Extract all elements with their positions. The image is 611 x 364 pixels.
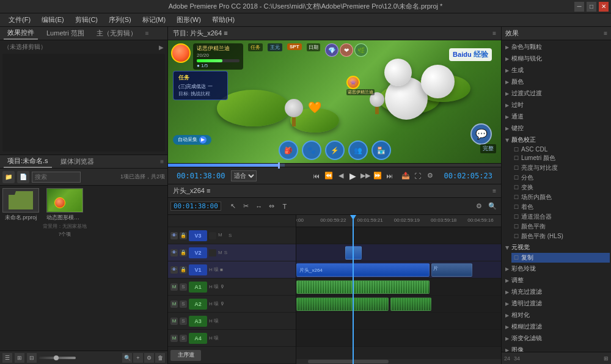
menu-markers[interactable]: 标记(M) [137, 14, 171, 26]
tree-leaf-colorize[interactable]: ☐ 分色 [511, 173, 610, 183]
track-solo-a1[interactable]: S [180, 283, 187, 291]
track-mute-a3[interactable]: M [170, 318, 178, 325]
panel-menu-icon[interactable]: ≡ [145, 30, 149, 37]
action-social-btn[interactable]: 👥 [348, 140, 368, 160]
tab-lumetri-scope[interactable]: Lumetri 范围 [43, 27, 88, 39]
fit-select[interactable]: 适合 [231, 170, 257, 181]
tree-group-generate-header[interactable]: ▶ 生成 [503, 65, 610, 76]
tree-leaf-transform-color[interactable]: ☐ 变换 [511, 183, 610, 192]
menu-graphics[interactable]: 图形(W) [172, 14, 206, 26]
btn-rewind[interactable]: ◀ [335, 170, 346, 181]
freeform-btn[interactable]: ⊟ [27, 353, 37, 363]
track-mute-a1[interactable]: M [170, 283, 178, 291]
tree-group-meta-header[interactable]: ▶ 元视觉 [503, 242, 610, 253]
timeline-tracks-area[interactable]: 00:00 00:00:59:22 00:01:59:21 00:02:59:1… [296, 215, 501, 364]
tree-leaf-tint[interactable]: ☐ 着色 [511, 202, 610, 212]
new-item-button[interactable]: 📄 [17, 171, 29, 183]
tree-leaf-asc[interactable]: ☐ ASC CDL [511, 145, 610, 153]
action-transform-btn[interactable]: ⚡ [325, 140, 345, 160]
auto-collect-btn[interactable]: 自动采集 ▶ [173, 135, 211, 145]
action-shop-btn[interactable]: 🏪 [371, 140, 391, 160]
menu-file[interactable]: 文件(F) [4, 14, 35, 26]
ripple-tool[interactable]: ↔ [253, 200, 265, 213]
btn-play[interactable]: ▶ [348, 170, 359, 181]
monitor-settings-icon[interactable]: ≡ [492, 30, 496, 37]
tree-leaf-channel-mixer[interactable]: ☐ 通道混合器 [511, 212, 610, 222]
effects-browser-menu[interactable]: ≡ [604, 30, 607, 37]
tree-group-blur-header[interactable]: ▶ 模糊与锐化 [503, 53, 610, 64]
monitor-timecode-current[interactable]: 00:01:38:00 [173, 172, 229, 180]
track-mute-v3[interactable]: S [229, 233, 232, 238]
tree-group-noise-header[interactable]: ▶ 杂色与颗粒 [503, 42, 610, 53]
list-view-btn[interactable]: ☰ [2, 353, 12, 363]
tree-group-blur2-header[interactable]: ▶ 模糊过渡滤 [503, 321, 610, 332]
new-bin-button[interactable]: 📁 [2, 171, 15, 183]
tree-group-fill-header[interactable]: ▶ 填充过渡滤 [503, 286, 610, 297]
track-eye-v3[interactable]: 👁 [170, 232, 178, 239]
tree-leaf-replicate[interactable]: ☐ 复制 [511, 253, 610, 263]
clip-a1-main[interactable] [296, 280, 430, 294]
track-mute-a2[interactable]: M [170, 300, 178, 308]
timeline-menu-icon[interactable]: ≡ [492, 187, 496, 194]
maximize-button[interactable]: □ [587, 2, 596, 12]
selection-tool[interactable]: ↖ [227, 200, 240, 213]
btn-next-edit[interactable]: ⏩ [372, 170, 383, 181]
clip-v1-2[interactable]: 片 [431, 263, 472, 277]
track-source-v2[interactable] [209, 249, 216, 257]
tab-master[interactable]: 主（无剪辑） [93, 27, 141, 39]
project-item-0[interactable]: 未命名.prproj [2, 188, 39, 348]
monitor-tab-label[interactable]: 节目: 片头_x264 ≡ [173, 29, 228, 38]
tree-leaf-venue-color[interactable]: ☐ 场所内颜色 [511, 192, 610, 202]
track-lock-v1[interactable]: 🔒 [180, 266, 187, 274]
text-tool[interactable]: T [279, 200, 291, 213]
btn-step-back[interactable]: ⏮ [311, 170, 322, 181]
icon-view-btn[interactable]: ⊞ [15, 353, 24, 363]
tree-group-keying-header[interactable]: ▶ 键控 [503, 123, 610, 134]
track-source-v3[interactable] [209, 232, 216, 239]
track-lock-v3[interactable]: 🔒 [180, 232, 187, 239]
btn-fullscreen[interactable]: ⛶ [412, 170, 423, 181]
roll-tool[interactable]: ⇔ [266, 200, 278, 213]
menu-edit[interactable]: 编辑(E) [37, 14, 69, 26]
tree-leaf-color-balance[interactable]: ☐ 颜色平衡 [511, 222, 610, 231]
chat-button[interactable]: 💬 [470, 123, 492, 145]
project-search-input[interactable] [32, 172, 81, 183]
size-slider[interactable] [39, 357, 76, 359]
btn-export[interactable]: 📤 [400, 170, 411, 181]
tab-project[interactable]: 项目:未命名.s [4, 155, 52, 168]
expand-icon[interactable]: ▶ [159, 44, 164, 51]
tree-group-gradient-header[interactable]: ▶ 渐变化滤镜 [503, 333, 610, 344]
timeline-tab[interactable]: 片头_x264 ≡ [173, 186, 210, 195]
action-bag-btn[interactable]: 🎒 [279, 140, 298, 160]
track-solo-a2[interactable]: S [180, 300, 187, 308]
monitor-progress-bar[interactable] [168, 163, 501, 167]
timeline-search-btn[interactable]: 🔍 [486, 200, 499, 213]
tree-group-color-correct-header[interactable]: ▶ 颜色校正 [503, 134, 610, 145]
timeline-settings-btn[interactable]: ⚙ [473, 200, 485, 213]
settings-btn[interactable]: ⚙ [144, 353, 154, 363]
track-eye-v2[interactable]: 👁 [170, 249, 178, 257]
tree-group-adjust-header[interactable]: ▶ 调整 [503, 275, 610, 286]
tree-group-channel-header[interactable]: ▶ 通道 [503, 111, 610, 122]
right-panel-expand-btn[interactable]: ⊞ [604, 355, 609, 362]
track-solo-a3[interactable]: S [180, 318, 187, 325]
project-item-1[interactable]: 动态图形模板模板 背景用：无国家基地 7个项 [43, 188, 87, 348]
action-pet-btn[interactable]: 🐾 [302, 140, 321, 160]
btn-step-forward[interactable]: ⏭ [384, 170, 395, 181]
new-project-item-btn[interactable]: + [133, 353, 143, 363]
track-mute-v2[interactable]: M [218, 250, 222, 255]
timeline-timecode[interactable]: 00:01:38:00 [170, 202, 221, 211]
track-mute-a4[interactable]: M [170, 335, 178, 342]
btn-prev-edit[interactable]: ⏪ [323, 170, 334, 181]
track-lock-v2[interactable]: 🔒 [180, 249, 187, 257]
razor-tool[interactable]: ✂ [240, 200, 252, 213]
timeline-scrollbar[interactable] [296, 359, 501, 364]
menu-sequence[interactable]: 序列(S) [104, 14, 136, 26]
tree-leaf-color-balance-hls[interactable]: ☐ 颜色平衡 (HLS) [511, 231, 610, 241]
clip-a2-2[interactable] [390, 297, 431, 311]
clip-v1-main[interactable]: 片头_x264 [296, 263, 430, 277]
menu-clip[interactable]: 剪辑(C) [70, 14, 103, 26]
track-collapse-v3[interactable]: M [218, 232, 227, 239]
btn-settings[interactable]: ⚙ [425, 170, 436, 181]
track-eye-v1[interactable]: 👁 [170, 266, 178, 274]
